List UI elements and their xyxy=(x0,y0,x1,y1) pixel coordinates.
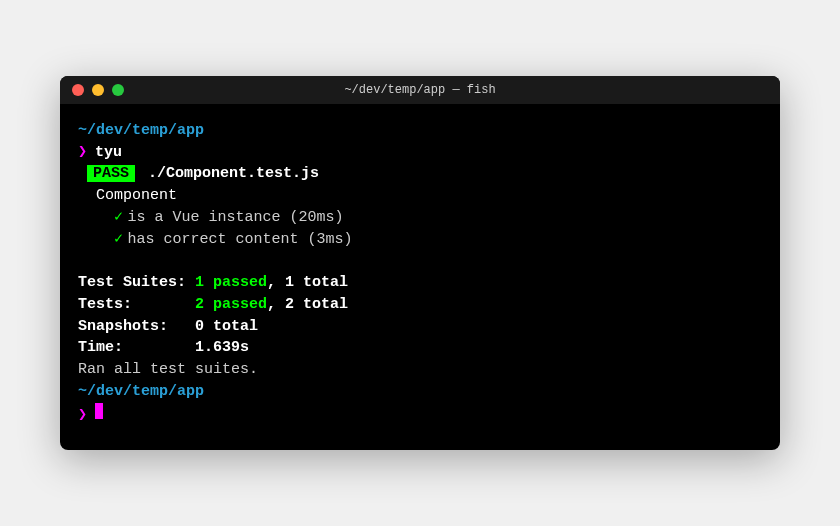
summary-snapshots: Snapshots: 0 total xyxy=(78,316,762,338)
terminal-body[interactable]: ~/dev/temp/app ❯ tyu PASS ./Component.te… xyxy=(60,104,780,451)
test-time: (3ms) xyxy=(308,231,353,248)
close-icon[interactable] xyxy=(72,84,84,96)
test-line: ✓is a Vue instance (20ms) xyxy=(78,207,762,229)
test-file: ./Component.test.js xyxy=(148,165,319,182)
test-name: is a Vue instance xyxy=(128,209,281,226)
pass-badge: PASS xyxy=(87,165,135,182)
result-header: PASS ./Component.test.js xyxy=(78,163,762,185)
test-name: has correct content xyxy=(128,231,299,248)
prompt-symbol: ❯ xyxy=(78,142,87,164)
prompt-line: ❯ tyu xyxy=(78,142,762,164)
cursor xyxy=(95,403,103,419)
maximize-icon[interactable] xyxy=(112,84,124,96)
check-icon: ✓ xyxy=(114,209,123,226)
terminal-window: ~/dev/temp/app — fish ~/dev/temp/app ❯ t… xyxy=(60,76,780,451)
titlebar: ~/dev/temp/app — fish xyxy=(60,76,780,104)
cwd-line: ~/dev/temp/app xyxy=(78,381,762,403)
summary-suites: Test Suites: 1 passed, 1 total xyxy=(78,272,762,294)
cwd-line: ~/dev/temp/app xyxy=(78,120,762,142)
summary-ran: Ran all test suites. xyxy=(78,359,762,381)
blank-line xyxy=(78,250,762,272)
command-text: tyu xyxy=(95,142,122,164)
test-line: ✓has correct content (3ms) xyxy=(78,229,762,251)
summary-tests: Tests: 2 passed, 2 total xyxy=(78,294,762,316)
check-icon: ✓ xyxy=(114,231,123,248)
summary-time: Time: 1.639s xyxy=(78,337,762,359)
minimize-icon[interactable] xyxy=(92,84,104,96)
test-time: (20ms) xyxy=(290,209,344,226)
prompt-line: ❯ xyxy=(78,403,762,427)
suite-name: Component xyxy=(78,185,762,207)
prompt-symbol: ❯ xyxy=(78,405,87,427)
window-title: ~/dev/temp/app — fish xyxy=(60,83,780,97)
traffic-lights xyxy=(72,84,124,96)
